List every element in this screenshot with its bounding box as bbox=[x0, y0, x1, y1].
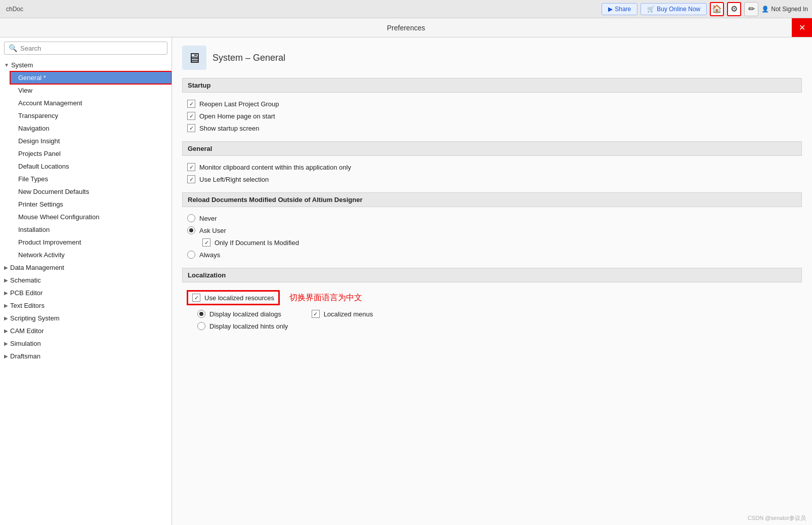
sidebar-label-navigation: Navigation bbox=[18, 125, 49, 132]
use-localized-row: Use localized resources 切换界面语言为中文 bbox=[182, 288, 802, 308]
sidebar-label-cam: CAM Editor bbox=[10, 327, 44, 335]
ask-user-radio[interactable] bbox=[187, 226, 195, 234]
use-localized-container[interactable]: Use localized resources bbox=[187, 291, 279, 305]
use-leftright-label: Use Left/Right selection bbox=[199, 176, 269, 183]
reopen-last-project-row[interactable]: Reopen Last Project Group bbox=[182, 98, 802, 110]
sidebar-item-product-improvement[interactable]: Product Improvement bbox=[10, 236, 172, 249]
sidebar-item-text-editors[interactable]: ▶ Text Editors bbox=[0, 299, 172, 312]
sidebar-item-installation[interactable]: Installation bbox=[10, 223, 172, 236]
sidebar-item-simulation[interactable]: ▶ Simulation bbox=[0, 337, 172, 350]
sidebar-label-schematic: Schematic bbox=[10, 276, 41, 284]
sidebar-item-cam[interactable]: ▶ CAM Editor bbox=[0, 325, 172, 337]
sidebar-label-system: System bbox=[11, 61, 33, 69]
sidebar-label-new-doc: New Document Defaults bbox=[18, 188, 89, 195]
open-home-checkbox[interactable] bbox=[187, 112, 195, 120]
home-button[interactable]: 🏠 bbox=[710, 2, 724, 16]
sidebar-label-installation: Installation bbox=[18, 226, 50, 233]
display-hints-radio[interactable] bbox=[197, 322, 205, 330]
never-radio[interactable] bbox=[187, 214, 195, 222]
sidebar-item-data-mgmt[interactable]: ▶ Data Management bbox=[0, 261, 172, 274]
account-icon: 👤 bbox=[761, 6, 769, 13]
sidebar-item-schematic[interactable]: ▶ Schematic bbox=[0, 274, 172, 287]
sidebar-item-account[interactable]: Account Management bbox=[10, 97, 172, 109]
always-row[interactable]: Always bbox=[182, 249, 802, 261]
sidebar-item-new-doc[interactable]: New Document Defaults bbox=[10, 185, 172, 198]
sidebar-item-network[interactable]: Network Activity bbox=[10, 249, 172, 261]
sidebar-label-projects-panel: Projects Panel bbox=[18, 150, 61, 157]
only-if-modified-label: Only If Document Is Modified bbox=[215, 239, 299, 247]
dialog-title: Preferences bbox=[387, 24, 425, 32]
never-row[interactable]: Never bbox=[182, 212, 802, 224]
reload-section-header: Reload Documents Modified Outside of Alt… bbox=[182, 192, 802, 207]
sidebar-label-data-mgmt: Data Management bbox=[10, 264, 64, 271]
expand-icon: ▶ bbox=[4, 353, 8, 359]
sidebar-item-design-insight[interactable]: Design Insight bbox=[10, 135, 172, 147]
sidebar-item-default-locations[interactable]: Default Locations bbox=[10, 160, 172, 173]
sidebar: 🔍 ▼ System General * View Account Manage… bbox=[0, 37, 172, 525]
account-area[interactable]: 👤 Not Signed In bbox=[761, 6, 808, 13]
main-layout: 🔍 ▼ System General * View Account Manage… bbox=[0, 37, 812, 525]
sidebar-item-printer[interactable]: Printer Settings bbox=[10, 198, 172, 211]
expand-icon: ▶ bbox=[4, 341, 8, 346]
app-title: chDoc bbox=[4, 6, 23, 13]
search-input[interactable] bbox=[20, 45, 163, 52]
buy-button[interactable]: 🛒 Buy Online Now bbox=[640, 3, 707, 15]
system-children: General * View Account Management Transp… bbox=[0, 71, 172, 261]
sidebar-item-system[interactable]: ▼ System bbox=[0, 59, 172, 71]
close-button[interactable]: ✕ bbox=[792, 18, 812, 37]
content-title: System – General bbox=[212, 53, 285, 63]
content-panel: 🖥 System – General Startup Reopen Last P… bbox=[172, 37, 812, 525]
always-radio[interactable] bbox=[187, 251, 195, 259]
sidebar-item-file-types[interactable]: File Types bbox=[10, 173, 172, 185]
expand-icon: ▶ bbox=[4, 315, 8, 321]
sidebar-item-scripting[interactable]: ▶ Scripting System bbox=[0, 312, 172, 325]
display-hints-label: Display localized hints only bbox=[209, 322, 288, 330]
monitor-clipboard-checkbox[interactable] bbox=[187, 163, 195, 171]
open-home-row[interactable]: Open Home page on start bbox=[182, 110, 802, 122]
localized-menus-label: Localized menus bbox=[324, 310, 373, 318]
only-if-modified-row[interactable]: Only If Document Is Modified bbox=[182, 236, 802, 249]
always-label: Always bbox=[199, 251, 220, 259]
sidebar-item-projects-panel[interactable]: Projects Panel bbox=[10, 147, 172, 160]
sidebar-label-network: Network Activity bbox=[18, 251, 65, 259]
display-hints-row[interactable]: Display localized hints only bbox=[182, 320, 802, 332]
only-if-modified-checkbox[interactable] bbox=[202, 238, 210, 247]
sidebar-label-transparency: Transparency bbox=[18, 112, 58, 119]
ask-user-row[interactable]: Ask User bbox=[182, 224, 802, 236]
localized-menus-checkbox[interactable] bbox=[312, 310, 320, 318]
sidebar-item-pcb[interactable]: ▶ PCB Editor bbox=[0, 287, 172, 299]
share-button[interactable]: ▶ Share bbox=[602, 3, 637, 15]
expand-icon: ▶ bbox=[4, 265, 8, 270]
use-leftright-checkbox[interactable] bbox=[187, 175, 195, 183]
localized-menus-row[interactable]: Localized menus bbox=[312, 310, 373, 318]
reopen-checkbox[interactable] bbox=[187, 100, 195, 108]
sidebar-item-transparency[interactable]: Transparency bbox=[10, 109, 172, 122]
monitor-clipboard-row[interactable]: Monitor clipboard content within this ap… bbox=[182, 161, 802, 173]
display-dialogs-row[interactable]: Display localized dialogs bbox=[197, 310, 281, 318]
sidebar-item-mouse-wheel[interactable]: Mouse Wheel Configuration bbox=[10, 211, 172, 223]
sidebar-item-draftsman[interactable]: ▶ Draftsman bbox=[0, 350, 172, 362]
search-icon: 🔍 bbox=[9, 44, 17, 52]
monitor-clipboard-label: Monitor clipboard content within this ap… bbox=[199, 164, 351, 171]
open-home-label: Open Home page on start bbox=[199, 112, 275, 120]
display-dialogs-radio[interactable] bbox=[197, 310, 205, 318]
use-localized-checkbox[interactable] bbox=[192, 294, 200, 302]
use-leftright-row[interactable]: Use Left/Right selection bbox=[182, 173, 802, 185]
edit-button[interactable]: ✏ bbox=[744, 2, 758, 16]
search-box[interactable]: 🔍 bbox=[4, 42, 167, 55]
sidebar-label-account: Account Management bbox=[18, 99, 82, 107]
use-localized-label: Use localized resources bbox=[204, 294, 274, 302]
expand-icon: ▶ bbox=[4, 328, 8, 334]
display-dialogs-label: Display localized dialogs bbox=[209, 310, 281, 318]
settings-button[interactable]: ⚙ bbox=[727, 2, 741, 16]
sidebar-label-view: View bbox=[18, 87, 32, 94]
sidebar-item-navigation[interactable]: Navigation bbox=[10, 122, 172, 135]
cart-icon: 🛒 bbox=[647, 6, 655, 13]
sidebar-item-general[interactable]: General * bbox=[10, 71, 172, 84]
show-startup-checkbox[interactable] bbox=[187, 124, 195, 132]
sidebar-item-view[interactable]: View bbox=[10, 84, 172, 97]
startup-section-header: Startup bbox=[182, 78, 802, 93]
watermark: CSDN @senator参议员 bbox=[748, 514, 806, 522]
localization-section-header: Localization bbox=[182, 268, 802, 282]
show-startup-row[interactable]: Show startup screen bbox=[182, 122, 802, 134]
